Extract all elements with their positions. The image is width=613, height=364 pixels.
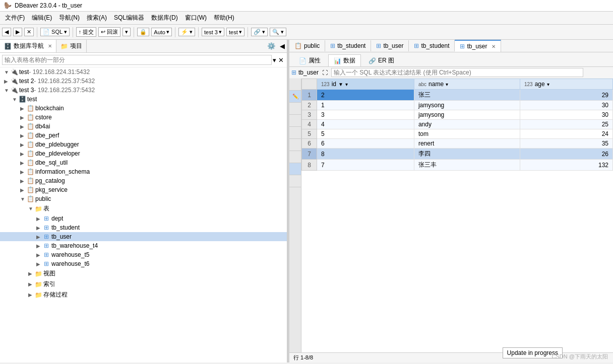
menu-window[interactable]: 窗口(W) xyxy=(182,13,210,23)
row-id-cell[interactable]: 7 xyxy=(317,160,414,171)
row-name-cell[interactable]: jamysong xyxy=(414,101,520,110)
tree-item-test3[interactable]: ▼ 🔌 test 3 - 192.168.225.37:5432 xyxy=(0,86,287,95)
table-row[interactable]: 21jamysong30 xyxy=(302,101,613,110)
row-name-cell[interactable]: 李四 xyxy=(414,149,520,160)
test3-selector[interactable]: test 3 ▾ xyxy=(202,28,224,36)
tree-item-indexes[interactable]: ▶ 📁 索引 xyxy=(0,279,287,289)
col-header-name[interactable]: abc name ▾ xyxy=(414,79,520,90)
tab-data[interactable]: 📊 数据 xyxy=(328,54,361,66)
table-row[interactable]: 66renert35 xyxy=(302,139,613,149)
tree-item-test2[interactable]: ▶ 🔌 test 2 - 192.168.225.37:5432 xyxy=(0,77,287,86)
back-btn[interactable]: ◀ xyxy=(2,28,11,36)
panel-settings-btn[interactable]: ⚙️ xyxy=(265,40,278,52)
table-row[interactable]: 87张三丰132 xyxy=(302,160,613,171)
tab-er[interactable]: 🔗 ER 图 xyxy=(363,54,400,66)
tab-project[interactable]: 📁 项目 xyxy=(56,40,87,52)
editor-tab-tb-student-2[interactable]: ⊞ tb_student xyxy=(409,40,455,51)
row-id-cell[interactable]: 8 xyxy=(317,149,414,160)
tree-item-pkg-service[interactable]: ▶ 📋 pkg_service xyxy=(0,185,287,194)
row-age-cell[interactable]: 25 xyxy=(520,120,612,129)
tree-item-dept[interactable]: ▶ ⊞ dept xyxy=(0,214,287,223)
tree-item-test1[interactable]: ▼ 🔌 test - 192.168.224.31:5432 xyxy=(0,67,287,77)
tree-item-procs[interactable]: ▶ 📁 存储过程 xyxy=(0,289,287,300)
menu-help[interactable]: 帮助(H) xyxy=(211,13,237,23)
tree-item-warehouse-t6[interactable]: ▶ ⊞ warehouse_t6 xyxy=(0,259,287,268)
tree-item-dbe-pldebugger[interactable]: ▶ 📋 dbe_pldebugger xyxy=(0,140,287,149)
db-nav-close[interactable]: ✕ xyxy=(48,43,52,49)
row-name-cell[interactable]: renert xyxy=(414,139,520,149)
panel-collapse-btn[interactable]: ◀ xyxy=(278,40,287,52)
run-btn[interactable]: ⚡ ▾ xyxy=(178,28,195,36)
tree-item-tb-warehouse-t4[interactable]: ▶ ⊞ tb_warehouse_t4 xyxy=(0,241,287,250)
connect-btn[interactable]: 🔗 ▾ xyxy=(251,28,268,36)
row-id-cell[interactable]: 5 xyxy=(317,129,414,139)
tree-item-db4ai[interactable]: ▶ 📋 db4ai xyxy=(0,122,287,131)
row-name-cell[interactable]: jamysong xyxy=(414,110,520,120)
col-filter-age[interactable]: ▾ xyxy=(547,82,549,87)
sql-btn[interactable]: 📄 SQL ▾ xyxy=(40,28,70,36)
row-name-cell[interactable]: andy xyxy=(414,120,520,129)
table-row[interactable]: 44andy25 xyxy=(302,120,613,129)
search-btn[interactable]: 🔍 ▾ xyxy=(270,28,286,36)
commit-btn[interactable]: ↑ 提交 xyxy=(76,27,97,37)
tree-item-cstore[interactable]: ▶ 📋 cstore xyxy=(0,113,287,122)
row-id-cell[interactable]: 2 xyxy=(317,90,414,101)
tree-item-tb-student[interactable]: ▶ ⊞ tb_student xyxy=(0,223,287,232)
menu-nav[interactable]: 导航(N) xyxy=(56,13,83,23)
row-name-cell[interactable]: tom xyxy=(414,129,520,139)
tree-search-input[interactable] xyxy=(2,55,272,65)
row-age-cell[interactable]: 24 xyxy=(520,129,612,139)
table-row[interactable]: 78李四26 xyxy=(302,149,613,160)
filter-input[interactable] xyxy=(331,68,583,77)
tab-db-nav[interactable]: 🗄️ 数据库导航 ✕ xyxy=(0,40,56,52)
tab-close-btn[interactable]: ✕ xyxy=(492,44,496,49)
menu-file[interactable]: 文件(F) xyxy=(2,13,28,23)
expand-btn[interactable]: ⛶ xyxy=(321,69,329,76)
rollback-btn[interactable]: ↩ 回滚 xyxy=(98,27,120,37)
tree-item-pg-catalog[interactable]: ▶ 📋 pg_catalog xyxy=(0,176,287,185)
editor-tab-tb-user-1[interactable]: ⊞ tb_user xyxy=(371,40,409,51)
tree-item-test-db[interactable]: ▼ 🗄️ test xyxy=(0,95,287,104)
col-filter-id[interactable]: ▾ xyxy=(345,82,348,87)
editor-tab-tb-user-2[interactable]: ⊞ tb_user ✕ xyxy=(455,40,501,52)
tree-item-public[interactable]: ▼ 📋 public xyxy=(0,194,287,203)
row-name-cell[interactable]: 张三 xyxy=(414,90,520,101)
tree-item-blockchain[interactable]: ▶ 📋 blockchain xyxy=(0,104,287,113)
tree-item-dbe-pldeveloper[interactable]: ▶ 📋 dbe_pldeveloper xyxy=(0,149,287,158)
col-header-id[interactable]: 123 id ▼ ▾ xyxy=(317,79,414,90)
forward-btn[interactable]: ▶ xyxy=(13,28,22,36)
auto-btn[interactable]: Auto ▾ xyxy=(151,28,172,36)
row-age-cell[interactable]: 35 xyxy=(520,139,612,149)
row-age-cell[interactable]: 30 xyxy=(520,101,612,110)
tree-item-dbe-perf[interactable]: ▶ 📋 dbe_perf xyxy=(0,131,287,140)
row-id-cell[interactable]: 3 xyxy=(317,110,414,120)
col-header-age[interactable]: 123 age ▾ xyxy=(520,79,612,90)
row-name-cell[interactable]: 张三丰 xyxy=(414,160,520,171)
tree-item-warehouse-t5[interactable]: ▶ ⊞ warehouse_t5 xyxy=(0,250,287,259)
row-id-cell[interactable]: 6 xyxy=(317,139,414,149)
tree-item-dbe-sql-util[interactable]: ▶ 📋 dbe_sql_util xyxy=(0,158,287,167)
row-age-cell[interactable]: 29 xyxy=(520,90,612,101)
table-row[interactable]: 55tom24 xyxy=(302,129,613,139)
editor-tab-tb-student-1[interactable]: ⊞ tb_student xyxy=(325,40,371,51)
menu-sql[interactable]: SQL编辑器 xyxy=(111,13,147,23)
lock-btn[interactable]: 🔒 xyxy=(137,28,149,36)
tree-item-information-schema[interactable]: ▶ 📋 information_schema xyxy=(0,167,287,176)
more-btn[interactable]: ▾ xyxy=(122,28,131,36)
filter-btn[interactable]: ▾ xyxy=(272,55,277,65)
menu-edit[interactable]: 编辑(E) xyxy=(29,13,55,23)
menu-search[interactable]: 搜索(A) xyxy=(84,13,110,23)
filter-close-btn[interactable]: ✕ xyxy=(277,55,285,65)
stop-btn[interactable]: ✕ xyxy=(24,28,34,36)
test-selector[interactable]: test ▾ xyxy=(226,28,244,36)
row-age-cell[interactable]: 30 xyxy=(520,110,612,120)
tree-item-views[interactable]: ▶ 📁 视图 xyxy=(0,268,287,279)
col-filter-name[interactable]: ▾ xyxy=(446,82,448,87)
row-id-cell[interactable]: 4 xyxy=(317,120,414,129)
row-id-cell[interactable]: 1 xyxy=(317,101,414,110)
row-age-cell[interactable]: 132 xyxy=(520,160,612,171)
tree-item-tables-folder[interactable]: ▼ 📁 表 xyxy=(0,203,287,214)
table-row[interactable]: 33jamysong30 xyxy=(302,110,613,120)
editor-tab-public[interactable]: 📋 public xyxy=(289,40,325,51)
table-row[interactable]: 12张三29 xyxy=(302,90,613,101)
